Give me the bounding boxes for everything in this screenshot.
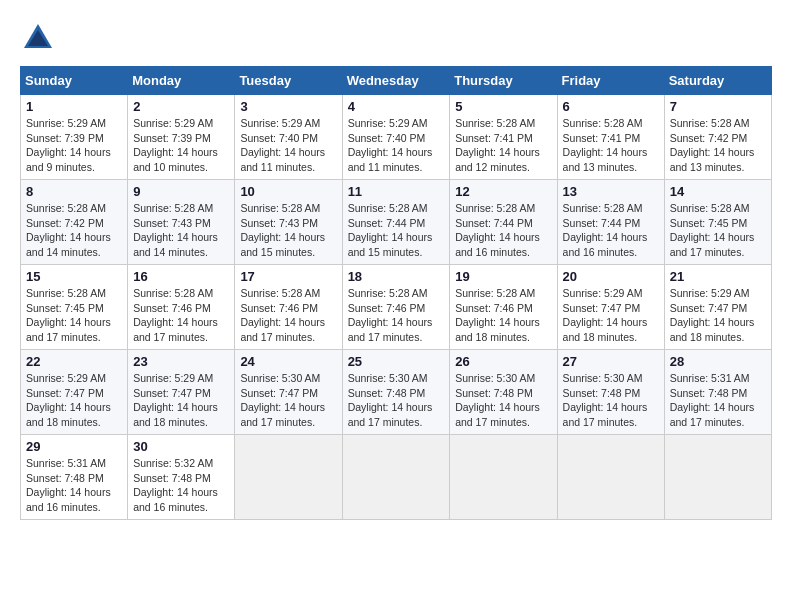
day-number: 18 — [348, 269, 445, 284]
sunset: Sunset: 7:46 PM — [455, 302, 533, 314]
sunrise: Sunrise: 5:28 AM — [563, 202, 643, 214]
calendar-cell: 10 Sunrise: 5:28 AM Sunset: 7:43 PM Dayl… — [235, 180, 342, 265]
header-thursday: Thursday — [450, 67, 557, 95]
sunrise: Sunrise: 5:28 AM — [26, 202, 106, 214]
day-number: 3 — [240, 99, 336, 114]
sunrise: Sunrise: 5:28 AM — [26, 287, 106, 299]
day-info: Sunrise: 5:30 AM Sunset: 7:47 PM Dayligh… — [240, 371, 336, 430]
calendar-cell: 27 Sunrise: 5:30 AM Sunset: 7:48 PM Dayl… — [557, 350, 664, 435]
sunset: Sunset: 7:47 PM — [240, 387, 318, 399]
sunset: Sunset: 7:48 PM — [348, 387, 426, 399]
calendar-cell: 17 Sunrise: 5:28 AM Sunset: 7:46 PM Dayl… — [235, 265, 342, 350]
sunrise: Sunrise: 5:28 AM — [240, 287, 320, 299]
calendar-cell: 29 Sunrise: 5:31 AM Sunset: 7:48 PM Dayl… — [21, 435, 128, 520]
day-info: Sunrise: 5:28 AM Sunset: 7:41 PM Dayligh… — [455, 116, 551, 175]
day-number: 16 — [133, 269, 229, 284]
day-info: Sunrise: 5:28 AM Sunset: 7:43 PM Dayligh… — [133, 201, 229, 260]
day-info: Sunrise: 5:29 AM Sunset: 7:40 PM Dayligh… — [240, 116, 336, 175]
sunrise: Sunrise: 5:32 AM — [133, 457, 213, 469]
day-info: Sunrise: 5:28 AM Sunset: 7:46 PM Dayligh… — [455, 286, 551, 345]
sunset: Sunset: 7:46 PM — [348, 302, 426, 314]
sunrise: Sunrise: 5:28 AM — [670, 117, 750, 129]
sunset: Sunset: 7:40 PM — [348, 132, 426, 144]
sunrise: Sunrise: 5:29 AM — [133, 117, 213, 129]
calendar-cell: 20 Sunrise: 5:29 AM Sunset: 7:47 PM Dayl… — [557, 265, 664, 350]
calendar-cell: 15 Sunrise: 5:28 AM Sunset: 7:45 PM Dayl… — [21, 265, 128, 350]
day-info: Sunrise: 5:28 AM Sunset: 7:45 PM Dayligh… — [26, 286, 122, 345]
header-wednesday: Wednesday — [342, 67, 450, 95]
daylight: Daylight: 14 hours and 13 minutes. — [563, 146, 648, 173]
week-row-4: 22 Sunrise: 5:29 AM Sunset: 7:47 PM Dayl… — [21, 350, 772, 435]
day-number: 29 — [26, 439, 122, 454]
calendar-cell: 9 Sunrise: 5:28 AM Sunset: 7:43 PM Dayli… — [128, 180, 235, 265]
sunset: Sunset: 7:39 PM — [26, 132, 104, 144]
calendar-cell: 6 Sunrise: 5:28 AM Sunset: 7:41 PM Dayli… — [557, 95, 664, 180]
day-info: Sunrise: 5:30 AM Sunset: 7:48 PM Dayligh… — [455, 371, 551, 430]
daylight: Daylight: 14 hours and 10 minutes. — [133, 146, 218, 173]
day-info: Sunrise: 5:29 AM Sunset: 7:39 PM Dayligh… — [26, 116, 122, 175]
day-info: Sunrise: 5:28 AM Sunset: 7:42 PM Dayligh… — [670, 116, 766, 175]
sunrise: Sunrise: 5:30 AM — [240, 372, 320, 384]
day-number: 7 — [670, 99, 766, 114]
sunrise: Sunrise: 5:28 AM — [455, 117, 535, 129]
calendar-cell: 26 Sunrise: 5:30 AM Sunset: 7:48 PM Dayl… — [450, 350, 557, 435]
calendar-cell: 2 Sunrise: 5:29 AM Sunset: 7:39 PM Dayli… — [128, 95, 235, 180]
daylight: Daylight: 14 hours and 15 minutes. — [240, 231, 325, 258]
day-info: Sunrise: 5:32 AM Sunset: 7:48 PM Dayligh… — [133, 456, 229, 515]
sunrise: Sunrise: 5:28 AM — [240, 202, 320, 214]
daylight: Daylight: 14 hours and 16 minutes. — [133, 486, 218, 513]
sunrise: Sunrise: 5:28 AM — [133, 202, 213, 214]
sunrise: Sunrise: 5:28 AM — [563, 117, 643, 129]
sunset: Sunset: 7:44 PM — [455, 217, 533, 229]
header-friday: Friday — [557, 67, 664, 95]
calendar-cell — [235, 435, 342, 520]
day-number: 2 — [133, 99, 229, 114]
sunset: Sunset: 7:48 PM — [26, 472, 104, 484]
sunrise: Sunrise: 5:28 AM — [348, 202, 428, 214]
calendar-cell: 21 Sunrise: 5:29 AM Sunset: 7:47 PM Dayl… — [664, 265, 771, 350]
sunset: Sunset: 7:47 PM — [563, 302, 641, 314]
sunrise: Sunrise: 5:29 AM — [26, 372, 106, 384]
daylight: Daylight: 14 hours and 17 minutes. — [133, 316, 218, 343]
logo — [20, 20, 60, 56]
day-number: 27 — [563, 354, 659, 369]
day-info: Sunrise: 5:28 AM Sunset: 7:46 PM Dayligh… — [348, 286, 445, 345]
week-row-1: 1 Sunrise: 5:29 AM Sunset: 7:39 PM Dayli… — [21, 95, 772, 180]
logo-icon — [20, 20, 56, 56]
calendar-cell: 18 Sunrise: 5:28 AM Sunset: 7:46 PM Dayl… — [342, 265, 450, 350]
week-row-2: 8 Sunrise: 5:28 AM Sunset: 7:42 PM Dayli… — [21, 180, 772, 265]
sunset: Sunset: 7:47 PM — [133, 387, 211, 399]
day-number: 20 — [563, 269, 659, 284]
daylight: Daylight: 14 hours and 14 minutes. — [26, 231, 111, 258]
sunset: Sunset: 7:42 PM — [670, 132, 748, 144]
day-info: Sunrise: 5:28 AM Sunset: 7:45 PM Dayligh… — [670, 201, 766, 260]
calendar-cell: 14 Sunrise: 5:28 AM Sunset: 7:45 PM Dayl… — [664, 180, 771, 265]
sunset: Sunset: 7:43 PM — [240, 217, 318, 229]
day-number: 6 — [563, 99, 659, 114]
day-number: 25 — [348, 354, 445, 369]
sunset: Sunset: 7:46 PM — [240, 302, 318, 314]
sunset: Sunset: 7:41 PM — [563, 132, 641, 144]
daylight: Daylight: 14 hours and 16 minutes. — [26, 486, 111, 513]
calendar-cell — [342, 435, 450, 520]
calendar-cell: 3 Sunrise: 5:29 AM Sunset: 7:40 PM Dayli… — [235, 95, 342, 180]
sunrise: Sunrise: 5:28 AM — [133, 287, 213, 299]
sunset: Sunset: 7:47 PM — [26, 387, 104, 399]
sunset: Sunset: 7:40 PM — [240, 132, 318, 144]
day-info: Sunrise: 5:28 AM Sunset: 7:46 PM Dayligh… — [240, 286, 336, 345]
sunrise: Sunrise: 5:29 AM — [133, 372, 213, 384]
sunrise: Sunrise: 5:28 AM — [348, 287, 428, 299]
calendar-cell: 30 Sunrise: 5:32 AM Sunset: 7:48 PM Dayl… — [128, 435, 235, 520]
day-number: 30 — [133, 439, 229, 454]
calendar-cell: 8 Sunrise: 5:28 AM Sunset: 7:42 PM Dayli… — [21, 180, 128, 265]
day-info: Sunrise: 5:29 AM Sunset: 7:40 PM Dayligh… — [348, 116, 445, 175]
day-info: Sunrise: 5:29 AM Sunset: 7:47 PM Dayligh… — [26, 371, 122, 430]
day-number: 19 — [455, 269, 551, 284]
sunrise: Sunrise: 5:29 AM — [240, 117, 320, 129]
daylight: Daylight: 14 hours and 17 minutes. — [455, 401, 540, 428]
day-number: 4 — [348, 99, 445, 114]
day-info: Sunrise: 5:28 AM Sunset: 7:46 PM Dayligh… — [133, 286, 229, 345]
day-info: Sunrise: 5:28 AM Sunset: 7:41 PM Dayligh… — [563, 116, 659, 175]
calendar-cell: 5 Sunrise: 5:28 AM Sunset: 7:41 PM Dayli… — [450, 95, 557, 180]
day-number: 23 — [133, 354, 229, 369]
